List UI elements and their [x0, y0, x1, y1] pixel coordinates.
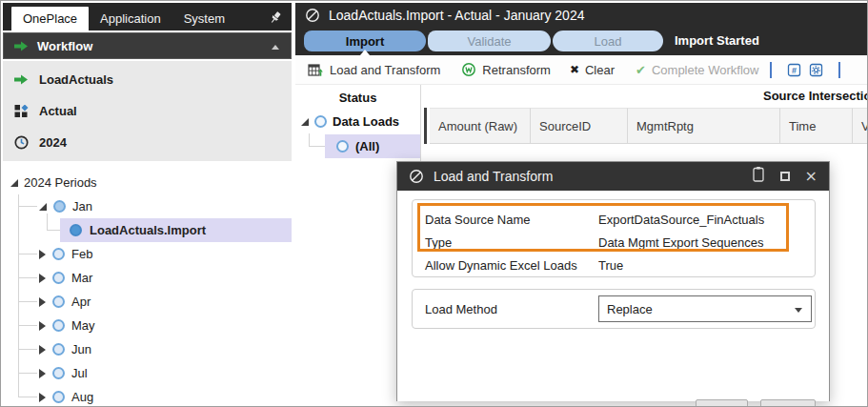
- tab-oneplace[interactable]: OnePlace: [11, 7, 89, 31]
- collapsed-triangle-icon[interactable]: [39, 321, 46, 331]
- step-import[interactable]: Import: [304, 31, 426, 51]
- collapsed-triangle-icon[interactable]: [39, 297, 46, 307]
- left-tab-bar: OnePlace Application System: [3, 3, 292, 31]
- dialog-body: Data Source Name ExportDataSource_FinAct…: [397, 191, 829, 401]
- load-method-groupbox: Load Method Replace: [412, 289, 816, 329]
- tree-connector: [18, 325, 37, 326]
- collapse-up-icon[interactable]: [272, 45, 279, 50]
- document-gear-button[interactable]: [809, 63, 823, 77]
- column-header-time[interactable]: Time: [780, 108, 853, 144]
- close-icon[interactable]: ×: [805, 172, 818, 181]
- load-and-transform-button[interactable]: Load and Transform: [308, 63, 440, 77]
- dialog-title-bar[interactable]: Load and Transform ×: [397, 162, 829, 191]
- collapsed-triangle-icon[interactable]: [39, 274, 46, 283]
- tree-label: May: [71, 318, 95, 333]
- tree-label: Jul: [71, 366, 88, 380]
- shortcut-label: LoadActuals: [39, 72, 113, 87]
- tree-label: Jun: [71, 342, 91, 356]
- app-window: OnePlace Application System Workflow Loa…: [0, 0, 868, 407]
- sidebar-item-2024[interactable]: 2024: [3, 127, 292, 158]
- expanded-triangle-icon[interactable]: [301, 118, 309, 126]
- document-gear-icon: [809, 63, 823, 77]
- status-circle-icon: [52, 319, 65, 332]
- tree-item-aug[interactable]: Aug: [39, 385, 93, 407]
- tree-item-jun[interactable]: Jun: [39, 337, 91, 361]
- tree-item-may[interactable]: May: [39, 314, 95, 337]
- load-method-selected-value: Replace: [607, 302, 653, 316]
- status-circle-icon: [52, 272, 65, 284]
- clipboard-icon[interactable]: [752, 166, 765, 187]
- tree-connector: [18, 254, 37, 254]
- tree-item-jul[interactable]: Jul: [39, 361, 88, 385]
- tree-connector: [18, 277, 37, 278]
- tree-item-all-selected[interactable]: (All): [325, 134, 420, 158]
- tree-connector: [18, 206, 37, 207]
- tree-label: Mar: [71, 271, 92, 285]
- orange-highlight-annotation: [417, 203, 789, 252]
- load-method-select[interactable]: Replace: [598, 295, 812, 322]
- grid-splitter[interactable]: [424, 108, 427, 144]
- retransform-button[interactable]: Retransform: [461, 62, 551, 77]
- clear-button[interactable]: ✖ Clear: [570, 63, 615, 77]
- complete-workflow-button[interactable]: ✔ Complete Workflow: [636, 63, 758, 77]
- document-hash-icon: #: [787, 63, 801, 77]
- collapsed-triangle-icon[interactable]: [39, 393, 46, 402]
- column-header-sourceid[interactable]: SourceID: [531, 108, 628, 144]
- collapsed-triangle-icon[interactable]: [39, 250, 46, 259]
- document-hash-button[interactable]: #: [787, 63, 801, 77]
- ok-button[interactable]: OK: [696, 399, 748, 407]
- toolbar: Load and Transform Retransform ✖ Clear ✔…: [295, 55, 868, 85]
- checkmark-icon: ✔: [636, 63, 646, 77]
- tree-connector: [18, 194, 19, 397]
- tree-connector: [18, 349, 37, 350]
- onestream-logo-icon: [409, 169, 424, 184]
- pin-icon[interactable]: [268, 10, 283, 29]
- column-header-amount-raw[interactable]: Amount (Raw): [430, 108, 531, 144]
- shortcut-label: Actual: [39, 104, 77, 118]
- toolbar-label: Load and Transform: [330, 63, 440, 77]
- maximize-icon[interactable]: [780, 172, 790, 181]
- sidebar-item-actual[interactable]: Actual: [3, 95, 292, 127]
- column-header-mgmtrptg[interactable]: MgmtRptg: [628, 108, 780, 144]
- toolbar-label: Complete Workflow: [652, 63, 758, 77]
- field-row-allow-dynamic-excel-loads: Allow Dynamic Excel Loads True: [413, 254, 815, 276]
- status-circle-icon: [70, 224, 82, 236]
- step-validate[interactable]: Validate: [428, 31, 551, 51]
- page-title-bar: LoadActuals.Import - Actual - January 20…: [305, 3, 584, 28]
- tab-application[interactable]: Application: [89, 7, 172, 31]
- column-divider: [420, 85, 421, 161]
- retransform-icon: [461, 62, 476, 77]
- tree-label: Feb: [71, 247, 92, 261]
- toolbar-label: Retransform: [482, 63, 551, 77]
- tree-item-mar[interactable]: Mar: [39, 266, 92, 290]
- tree-item-loadactuals-import-selected[interactable]: LoadActuals.Import: [60, 218, 292, 242]
- collapsed-triangle-icon[interactable]: [39, 345, 46, 355]
- collapsed-triangle-icon[interactable]: [39, 369, 46, 378]
- tree-connector: [18, 373, 37, 374]
- expanded-triangle-icon[interactable]: [39, 203, 47, 211]
- expanded-triangle-icon[interactable]: [10, 179, 18, 187]
- status-circle-icon: [53, 200, 66, 213]
- tree-item-data-loads[interactable]: Data Loads: [301, 110, 399, 133]
- tree-label: Aug: [71, 390, 93, 404]
- tree-connector: [18, 301, 37, 302]
- tree-item-2024-periods[interactable]: 2024 Periods: [10, 171, 97, 194]
- sidebar-item-loadactuals[interactable]: LoadActuals: [3, 64, 292, 95]
- workflow-section-header[interactable]: Workflow: [3, 32, 292, 59]
- chevron-down-icon: [795, 308, 802, 313]
- table-grid-icon: [308, 63, 324, 77]
- load-and-transform-dialog: Load and Transform × Data Source Name Ex…: [396, 161, 830, 401]
- column-header-view[interactable]: View: [853, 108, 868, 144]
- tree-item-feb[interactable]: Feb: [39, 242, 92, 266]
- tab-system[interactable]: System: [172, 7, 236, 31]
- status-badge: Import Started: [675, 33, 759, 48]
- step-load[interactable]: Load: [553, 31, 663, 51]
- tree-label: Data Loads: [333, 114, 399, 129]
- tree-item-jan[interactable]: Jan: [39, 194, 92, 218]
- tree-item-apr[interactable]: Apr: [39, 290, 91, 314]
- cancel-button[interactable]: Cancel: [760, 399, 816, 407]
- main-header: LoadActuals.Import - Actual - January 20…: [295, 3, 868, 55]
- dialog-title: Load and Transform: [434, 169, 742, 184]
- shortcut-label: 2024: [39, 135, 67, 150]
- toolbar-label: Clear: [585, 63, 615, 77]
